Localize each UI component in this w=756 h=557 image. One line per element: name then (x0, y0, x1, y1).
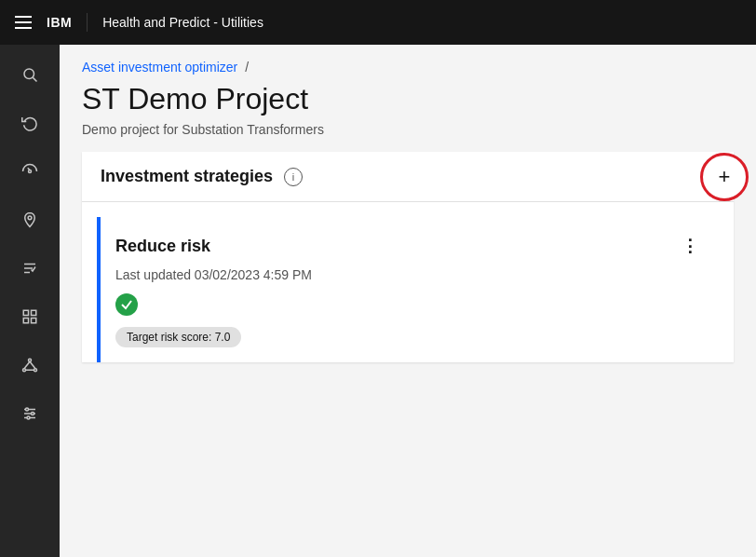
info-icon[interactable]: i (284, 168, 303, 186)
svg-point-4 (28, 216, 32, 220)
svg-point-14 (34, 369, 37, 372)
network-icon (20, 356, 39, 374)
top-nav: IBM Health and Predict - Utilities (0, 0, 756, 45)
add-strategy-button[interactable]: + (700, 153, 749, 201)
strategy-title: Reduce risk (115, 237, 210, 256)
page-title: ST Demo Project (82, 82, 734, 116)
svg-rect-11 (32, 319, 36, 323)
svg-line-3 (28, 168, 30, 170)
sidebar-item-search[interactable] (7, 52, 52, 97)
strategy-last-updated: Last updated 03/02/2023 4:59 PM (115, 267, 704, 282)
sidebar-item-location[interactable] (7, 197, 52, 242)
plus-icon: + (719, 167, 731, 187)
main-content: Asset investment optimizer / ST Demo Pro… (60, 45, 756, 557)
sliders-icon (20, 404, 39, 423)
svg-point-2 (29, 170, 32, 173)
history-icon (20, 114, 39, 132)
breadcrumb: Asset investment optimizer / (82, 60, 734, 75)
svg-rect-9 (32, 310, 36, 315)
check-icon (115, 293, 138, 316)
svg-line-1 (33, 77, 36, 81)
nav-divider (87, 13, 88, 32)
breadcrumb-separator: / (245, 60, 249, 75)
location-icon (20, 211, 39, 229)
sidebar-item-history[interactable] (7, 101, 52, 145)
nav-brand: IBM (47, 15, 72, 30)
card-header: Investment strategies i + (82, 152, 734, 202)
card-title: Investment strategies (101, 167, 273, 186)
page-subtitle: Demo project for Substation Transformers (82, 122, 734, 137)
strategy-item: Reduce risk ⋮ Last updated 03/02/2023 4:… (97, 217, 719, 362)
dashboard-icon (20, 307, 39, 326)
gauge-icon (20, 162, 39, 181)
svg-point-21 (26, 408, 29, 411)
strategy-header: Reduce risk ⋮ (115, 232, 704, 260)
breadcrumb-link[interactable]: Asset investment optimizer (82, 60, 237, 75)
svg-point-12 (29, 359, 32, 361)
svg-rect-8 (23, 310, 28, 315)
sidebar-item-dashboard[interactable] (7, 294, 52, 339)
page-header: Asset investment optimizer / ST Demo Pro… (60, 45, 756, 152)
nav-title: Health and Predict - Utilities (102, 15, 263, 30)
sidebar-item-connections[interactable] (7, 343, 52, 387)
svg-line-16 (30, 361, 35, 369)
svg-line-15 (24, 361, 30, 369)
overflow-menu-button[interactable]: ⋮ (678, 232, 704, 260)
sidebar-item-performance[interactable] (7, 149, 52, 194)
investment-strategies-card: Investment strategies i + Reduce risk ⋮ … (82, 152, 734, 362)
svg-point-13 (23, 369, 26, 372)
svg-rect-10 (23, 319, 28, 323)
sidebar-item-settings[interactable] (7, 391, 52, 436)
sidebar (0, 45, 60, 557)
main-layout: Asset investment optimizer / ST Demo Pro… (0, 45, 756, 557)
sidebar-item-tasks[interactable] (7, 246, 52, 291)
svg-point-22 (32, 413, 34, 415)
tasks-icon (20, 259, 39, 278)
hamburger-menu[interactable] (15, 16, 32, 29)
risk-score-tag: Target risk score: 7.0 (115, 327, 241, 347)
svg-point-0 (24, 69, 34, 79)
search-icon (20, 65, 39, 84)
svg-point-23 (27, 416, 30, 419)
